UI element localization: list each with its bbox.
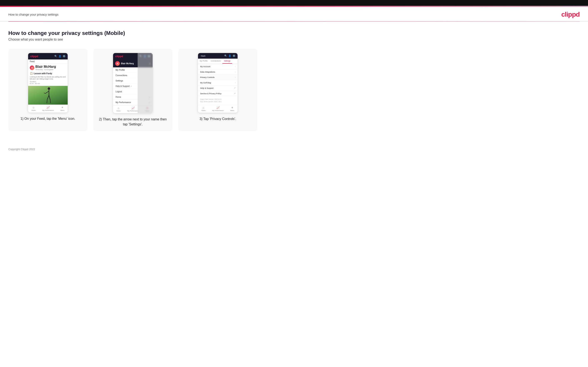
step-3-caption: 3) Tap 'Privacy Controls'.: [199, 117, 236, 121]
post-header: B Blair McHarg Yesterday · Sunningdale: [30, 65, 66, 70]
settings-item-data-integrations: Data Integrations ›: [198, 69, 238, 75]
data-integrations-label: Data Integrations: [200, 71, 215, 73]
client-version: Clippd Client Version: 2022.8.3-3: [200, 98, 235, 101]
bottom-tab-menu-3: ≡ Menu: [230, 106, 234, 111]
chevron-right-icon-privacy: ›: [235, 76, 235, 78]
phone-logo-2: clippd: [115, 55, 123, 58]
settings-item-my-account: My Account ›: [198, 64, 238, 69]
settings-list: My Account › Data Integrations › Privacy…: [198, 64, 238, 96]
menu-user-left: B Blair McHarg: [115, 61, 134, 66]
top-bar: [0, 0, 588, 6]
lesson-title: Lesson with Fordy: [34, 72, 52, 75]
header: How to change your privacy settings clip…: [0, 7, 588, 21]
phone-mockup-2: clippd 🔍 👤 ⚙️ B Blair McHarg ∧: [113, 53, 153, 113]
external-link-icon-help: ↗: [234, 87, 235, 89]
performance-icon: 📈: [46, 106, 50, 109]
home-label: Home: [31, 109, 36, 111]
help-support-label: Help & Support: [200, 87, 213, 89]
menu-icon: ≡: [62, 106, 63, 109]
chevron-right-icon-golf: ›: [235, 82, 235, 84]
menu-avatar: B: [115, 61, 120, 66]
settings-item-privacy-controls: Privacy Controls ›: [198, 75, 238, 80]
home-icon-3: ⌂: [203, 106, 204, 109]
phone-nav-1: clippd 🔍 👤 ⚙️: [28, 53, 68, 59]
bottom-tab-home-1: ⌂ Home: [31, 106, 36, 111]
menu-label: Menu: [61, 109, 64, 111]
performance-icon-3: 📈: [216, 106, 220, 109]
svg-line-5: [49, 95, 50, 100]
privacy-controls-label: Privacy Controls: [200, 76, 215, 78]
header-breadcrumb: How to change your privacy settings: [8, 13, 59, 16]
user-icon-3: 👤: [228, 54, 231, 57]
golf-image: [28, 86, 68, 105]
performance-label-3: My Performance: [212, 109, 224, 111]
bottom-tab-menu-1: ≡ Menu: [61, 106, 64, 111]
svg-line-3: [44, 93, 45, 93]
step-1-card: clippd 🔍 👤 ⚙️ Feed B Blair McHarg: [8, 49, 87, 131]
performance-label-2: My Performance: [127, 110, 139, 112]
tab-connections: Connections: [209, 59, 222, 64]
step-2-caption: 2) Then, tap the arrow next to your name…: [97, 117, 168, 127]
post-user-sub: Yesterday · Sunningdale: [35, 69, 56, 70]
svg-line-4: [47, 95, 49, 99]
bottom-tab-performance-3: 📈 My Performance: [212, 106, 224, 111]
svg-point-0: [48, 87, 50, 90]
chevron-right-icon-account: ›: [235, 66, 235, 67]
performance-icon-2: 📈: [131, 107, 135, 109]
main-content: How to change your privacy settings (Mob…: [0, 22, 588, 143]
logo: clippd: [561, 11, 580, 18]
golfer-svg: [43, 87, 53, 104]
bg-blur: [138, 53, 153, 113]
menu-label-3: Menu: [230, 109, 234, 111]
post-meta: Blair McHarg Yesterday · Sunningdale: [35, 65, 56, 70]
menu-performance-label: My Performance: [116, 101, 131, 104]
home-label-2: Home: [116, 110, 121, 112]
settings-item-golf-bag: My Golf Bag ›: [198, 80, 238, 85]
golf-bag-label: My Golf Bag: [200, 82, 211, 84]
copyright-text: Copyright Clippd 2022: [8, 148, 35, 151]
bottom-tab-performance-2: 📈 My Performance: [127, 107, 139, 112]
home-icon: ⌂: [33, 106, 34, 109]
step-2-card: clippd 🔍 👤 ⚙️ B Blair McHarg ∧: [93, 49, 173, 131]
lesson-desc: Looking to feel like my hands are exitin…: [30, 76, 66, 80]
menu-icon-3: ≡: [232, 106, 233, 109]
phone-logo-1: clippd: [30, 55, 38, 58]
bottom-tab-bar-3: ⌂ Home 📈 My Performance ≡ Menu: [198, 105, 238, 113]
settings-footer: Clippd Client Version: 2022.8.3-3 GQL Se…: [198, 96, 238, 105]
lesson-duration-value: 01 hr : 30 min: [30, 83, 66, 84]
bottom-tab-bar-1: ⌂ Home 📈 My Performance ≡ Menu: [28, 105, 68, 112]
home-label-3: Home: [201, 109, 206, 111]
lesson-icon: 📋: [30, 72, 33, 75]
tab-my-profile: My Profile: [198, 59, 209, 64]
search-icon-3: 🔍: [224, 54, 227, 57]
my-account-label: My Account: [200, 65, 210, 67]
external-link-icon-privacy: ↗: [234, 92, 235, 94]
search-icon: 🔍: [54, 55, 57, 58]
feed-post: B Blair McHarg Yesterday · Sunningdale 📋…: [28, 64, 68, 86]
svg-line-6: [47, 99, 47, 103]
back-button: ‹ Back: [200, 55, 206, 57]
chevron-right-icon-data: ›: [235, 71, 235, 73]
phone-icons-1: 🔍 👤 ⚙️: [54, 55, 66, 58]
steps-container: clippd 🔍 👤 ⚙️ Feed B Blair McHarg: [8, 49, 580, 131]
phone-mockup-3: ‹ Back 🔍 👤 ⚙️ My Profile Connections Set…: [198, 53, 238, 113]
page-title: How to change your privacy settings (Mob…: [8, 30, 580, 36]
post-user-name: Blair McHarg: [35, 65, 56, 69]
lesson-row: 📋 Lesson with Fordy: [30, 71, 66, 75]
settings-nav: ‹ Back 🔍 👤 ⚙️: [198, 53, 238, 59]
tab-settings: Settings: [222, 59, 232, 64]
menu-home-label: Home: [116, 96, 121, 98]
svg-line-7: [50, 100, 51, 103]
footer: Copyright Clippd 2022: [0, 143, 588, 155]
performance-label: My Performance: [42, 109, 54, 111]
avatar: B: [30, 66, 34, 70]
bottom-tab-performance-1: 📈 My Performance: [42, 106, 54, 111]
feed-tab: Feed: [28, 59, 68, 64]
svg-line-2: [45, 91, 49, 93]
lesson-duration: Duration: [30, 81, 66, 83]
settings-item-help: Help & Support ↗: [198, 85, 238, 91]
step-1-caption: 1) On your Feed, tap the 'Menu' icon.: [20, 116, 75, 121]
settings-icon-3: ⚙️: [233, 54, 235, 57]
home-icon-2: ⌂: [118, 107, 119, 109]
privacy-policy-label: Service & Privacy Policy: [200, 92, 221, 95]
